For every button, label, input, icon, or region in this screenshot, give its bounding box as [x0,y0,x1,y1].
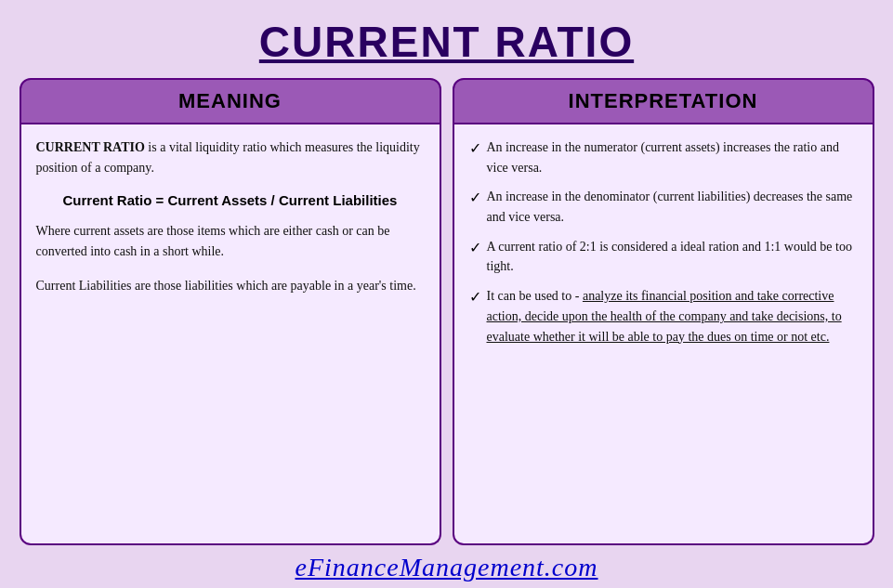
list-item: ✓ An increase in the denominator (curren… [469,187,858,227]
interp-item-3: A current ratio of 2:1 is considered a i… [487,237,858,277]
page-title: CURRENT RATIO [19,17,874,67]
check-icon-4: ✓ [469,286,481,346]
meaning-body: CURRENT RATIO is a vital liquidity ratio… [20,124,441,545]
interp-item-4: It can be used to - analyze its financia… [487,286,858,346]
meaning-intro: CURRENT RATIO is a vital liquidity ratio… [36,137,425,179]
interp-item-1: An increase in the numerator (current as… [487,137,858,177]
check-icon-2: ✓ [469,187,481,227]
interpretation-column: INTERPRETATION ✓ An increase in the nume… [453,78,874,545]
meaning-column: MEANING CURRENT RATIO is a vital liquidi… [20,78,441,545]
formula-text: Current Ratio = Current Assets / Current… [63,192,398,208]
list-item: ✓ A current ratio of 2:1 is considered a… [469,237,858,277]
footer-link[interactable]: eFinanceManagement.com [295,553,598,581]
interp-item-2: An increase in the denominator (current … [487,187,858,227]
check-icon-3: ✓ [469,237,481,277]
interpretation-body: ✓ An increase in the numerator (current … [453,124,874,545]
interpretation-list: ✓ An increase in the numerator (current … [469,137,858,346]
formula-box: Current Ratio = Current Assets / Current… [36,192,425,208]
meaning-bold: CURRENT RATIO [36,140,145,154]
meaning-title: MEANING [21,89,440,113]
check-icon-1: ✓ [469,137,481,177]
meaning-header: MEANING [20,78,441,124]
list-item: ✓ An increase in the numerator (current … [469,137,858,177]
title-bar: CURRENT RATIO [0,0,893,78]
interpretation-title: INTERPRETATION [454,89,873,113]
content-area: MEANING CURRENT RATIO is a vital liquidi… [10,78,884,545]
list-item: ✓ It can be used to - analyze its financ… [469,286,858,346]
meaning-liabilities: Current Liabilities are those liabilitie… [36,276,425,296]
interpretation-header: INTERPRETATION [453,78,874,124]
footer: eFinanceManagement.com [0,545,893,588]
interp-underline-text: analyze its financial position and take … [487,289,842,343]
meaning-where: Where current assets are those items whi… [36,221,425,263]
